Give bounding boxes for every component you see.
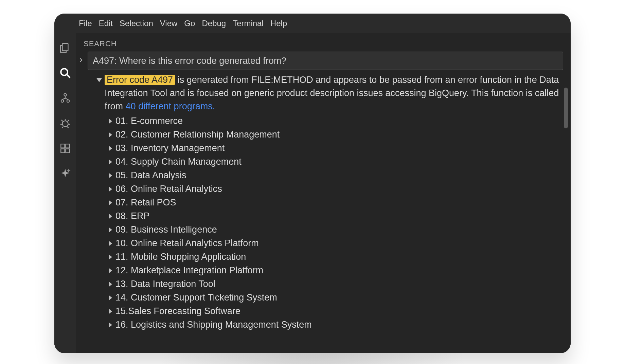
debug-icon[interactable] bbox=[59, 117, 71, 129]
menu-edit[interactable]: Edit bbox=[99, 19, 113, 28]
menubar: File Edit Selection View Go Debug Termin… bbox=[54, 14, 571, 33]
menu-view[interactable]: View bbox=[160, 19, 178, 28]
program-item[interactable]: 05. Data Analysis bbox=[109, 169, 562, 182]
expand-icon bbox=[109, 241, 112, 246]
svg-rect-0 bbox=[62, 43, 68, 51]
program-label: 16. Logistics and Shipping Management Sy… bbox=[115, 318, 312, 332]
activity-bar bbox=[54, 33, 76, 353]
svg-rect-7 bbox=[61, 144, 65, 148]
error-code-highlight: Error code A497 bbox=[105, 75, 175, 85]
menu-debug[interactable]: Debug bbox=[202, 19, 226, 28]
svg-point-4 bbox=[61, 100, 64, 102]
scrollbar[interactable] bbox=[564, 88, 568, 353]
program-item[interactable]: 07. Retail POS bbox=[109, 196, 562, 210]
program-label: 10. Online Retail Analytics Platform bbox=[115, 237, 259, 250]
explorer-icon[interactable] bbox=[59, 42, 71, 54]
program-label: 09. Business Intelligence bbox=[115, 223, 217, 237]
menu-terminal[interactable]: Terminal bbox=[233, 19, 264, 28]
program-item[interactable]: 03. Inventory Management bbox=[109, 142, 562, 155]
search-icon[interactable] bbox=[59, 67, 71, 79]
programs-link[interactable]: 40 different programs. bbox=[126, 101, 215, 111]
svg-point-1 bbox=[61, 69, 68, 75]
app-window: File Edit Selection View Go Debug Termin… bbox=[54, 14, 571, 353]
expand-icon bbox=[109, 309, 112, 314]
menu-selection[interactable]: Selection bbox=[120, 19, 153, 28]
svg-rect-8 bbox=[66, 144, 69, 148]
programs-list: 01. E-commerce02. Customer Relationship … bbox=[109, 114, 562, 331]
program-label: 03. Inventory Management bbox=[115, 142, 225, 155]
expand-icon bbox=[109, 227, 112, 233]
sparkle-icon[interactable] bbox=[59, 168, 71, 179]
program-item[interactable]: 12. Marketplace Integration Platform bbox=[109, 264, 562, 277]
program-item[interactable]: 14. Customer Support Ticketing System bbox=[109, 291, 562, 305]
program-item[interactable]: 04. Supply Chain Management bbox=[109, 155, 562, 169]
search-panel: SEARCH Error code A497 is generated from… bbox=[76, 33, 571, 353]
program-item[interactable]: 10. Online Retail Analytics Platform bbox=[109, 237, 562, 250]
menu-help[interactable]: Help bbox=[270, 19, 287, 28]
expand-icon bbox=[109, 200, 112, 205]
toggle-search-details-icon[interactable] bbox=[77, 57, 86, 65]
program-label: 08. ERP bbox=[115, 210, 150, 223]
collapse-icon[interactable] bbox=[96, 78, 102, 82]
expand-icon bbox=[109, 254, 112, 260]
program-label: 12. Marketplace Integration Platform bbox=[115, 264, 263, 277]
source-control-icon[interactable] bbox=[59, 92, 71, 104]
scrollbar-thumb[interactable] bbox=[564, 88, 568, 128]
svg-line-2 bbox=[67, 74, 70, 78]
program-item[interactable]: 09. Business Intelligence bbox=[109, 223, 562, 237]
program-item[interactable]: 15.Sales Forecasting Software bbox=[109, 305, 562, 318]
program-label: 04. Supply Chain Management bbox=[115, 155, 242, 169]
svg-rect-10 bbox=[66, 149, 69, 152]
expand-icon bbox=[109, 159, 112, 165]
program-label: 13. Data Integration Tool bbox=[115, 277, 215, 291]
program-label: 05. Data Analysis bbox=[115, 169, 186, 182]
expand-icon bbox=[109, 214, 112, 219]
svg-rect-9 bbox=[61, 149, 65, 152]
svg-point-6 bbox=[62, 121, 68, 127]
program-item[interactable]: 08. ERP bbox=[109, 210, 562, 223]
program-item[interactable]: 13. Data Integration Tool bbox=[109, 277, 562, 291]
expand-icon bbox=[109, 186, 112, 192]
expand-icon bbox=[109, 295, 112, 301]
menu-file[interactable]: File bbox=[79, 19, 92, 28]
search-results: Error code A497 is generated from FILE:M… bbox=[76, 72, 571, 332]
program-label: 01. E-commerce bbox=[115, 114, 183, 128]
expand-icon bbox=[109, 146, 112, 151]
program-label: 14. Customer Support Ticketing System bbox=[115, 291, 277, 305]
program-label: 11. Mobile Shopping Application bbox=[115, 250, 246, 264]
result-summary: Error code A497 is generated from FILE:M… bbox=[96, 73, 562, 113]
extensions-icon[interactable] bbox=[59, 143, 71, 154]
program-item[interactable]: 01. E-commerce bbox=[109, 114, 562, 128]
program-item[interactable]: 16. Logistics and Shipping Management Sy… bbox=[109, 318, 562, 332]
expand-icon bbox=[109, 322, 112, 328]
search-panel-title: SEARCH bbox=[76, 33, 571, 52]
expand-icon bbox=[109, 281, 112, 287]
menu-go[interactable]: Go bbox=[184, 19, 195, 28]
expand-icon bbox=[109, 268, 112, 273]
program-label: 02. Customer Relationship Management bbox=[115, 128, 280, 142]
program-item[interactable]: 02. Customer Relationship Management bbox=[109, 128, 562, 142]
svg-point-3 bbox=[64, 93, 66, 96]
expand-icon bbox=[109, 132, 112, 138]
search-input[interactable] bbox=[88, 52, 563, 70]
program-label: 06. Online Retail Analytics bbox=[115, 182, 222, 196]
program-item[interactable]: 06. Online Retail Analytics bbox=[109, 182, 562, 196]
program-item[interactable]: 11. Mobile Shopping Application bbox=[109, 250, 562, 264]
program-label: 07. Retail POS bbox=[115, 196, 176, 210]
program-label: 15.Sales Forecasting Software bbox=[115, 305, 240, 318]
expand-icon bbox=[109, 173, 112, 178]
expand-icon bbox=[109, 119, 112, 124]
svg-point-5 bbox=[67, 100, 69, 102]
